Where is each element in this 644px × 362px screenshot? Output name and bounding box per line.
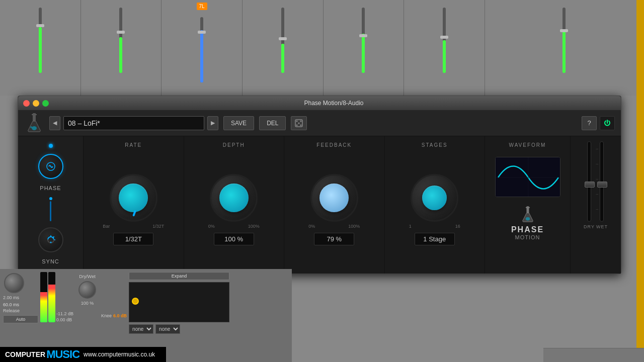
auto-button[interactable]: Auto [3, 315, 38, 323]
maximize-button[interactable] [42, 100, 49, 107]
help-button[interactable]: ? [582, 116, 597, 130]
plugin-body: PHASE SYNC [18, 136, 621, 274]
rate-knob-container: Bar 1/32T 1/32T [101, 152, 166, 267]
depth-label: DEPTH [223, 142, 245, 148]
watermark-url: www.computermusic.co.uk [84, 351, 155, 358]
dropdown-1[interactable]: none [129, 324, 153, 334]
fader-track-5[interactable] [362, 8, 365, 73]
dry-fader-track[interactable]: -- -- -- -- -- [587, 141, 591, 222]
feedback-value: 79 % [314, 233, 354, 245]
mixer-channel-6: 121824 [404, 0, 485, 96]
stages-knob[interactable] [411, 174, 458, 222]
waveform-display[interactable] [495, 157, 560, 197]
rate-range: Bar 1/32T [101, 224, 166, 229]
preset-prev-button[interactable]: ◀ [49, 116, 60, 130]
depth-max: 100% [248, 224, 260, 229]
dry-wet-knob[interactable] [78, 281, 96, 299]
minimize-button[interactable] [33, 100, 39, 107]
level-meters: -11.2 dB 0.00 dB [40, 272, 73, 332]
dice-button[interactable] [291, 116, 307, 130]
expand-button[interactable]: Expand [129, 272, 229, 280]
feedback-range: 0% 100% [306, 224, 362, 229]
feedback-label: FEEDBACK [316, 142, 352, 148]
depth-range: 0% 100% [206, 224, 262, 229]
rate-knob[interactable] [110, 174, 157, 222]
preset-next-button[interactable]: ▶ [207, 116, 218, 130]
svg-point-17 [525, 217, 529, 221]
dropdown-2[interactable]: none [155, 324, 180, 334]
phase-fader-bar[interactable] [50, 201, 51, 221]
dry-wet-label: Dry/Wet [79, 274, 95, 279]
fader-track-4[interactable] [281, 8, 284, 73]
clip-marker[interactable] [132, 298, 139, 305]
phase-button[interactable] [38, 154, 63, 179]
stages-min: 1 [409, 224, 412, 229]
attack-label: 2.00 ms [3, 295, 38, 300]
release-label: Release [3, 308, 38, 313]
mixer-channel-5: 121824 [324, 0, 405, 96]
clip-area [129, 282, 229, 322]
channel-label: 7L [197, 3, 207, 10]
save-button[interactable]: SAVE [223, 116, 254, 130]
dropdowns: none none [129, 324, 229, 334]
rate-value: 1/32T [113, 233, 153, 245]
fader-track-3[interactable] [200, 17, 203, 82]
meter-2 [48, 272, 55, 322]
mixer-channel-7: 121824 [485, 0, 644, 96]
sync-button[interactable] [38, 227, 63, 252]
svg-point-5 [296, 120, 298, 122]
watermark-computer: COMPUTER [5, 350, 45, 358]
close-button[interactable] [23, 100, 30, 107]
svg-point-6 [300, 120, 302, 122]
wet-fader: WET [596, 141, 608, 229]
plugin-logo [24, 113, 44, 133]
dice-icon [295, 119, 303, 127]
brand-flask-icon [520, 206, 535, 223]
fader-track-1[interactable] [39, 8, 42, 73]
compressor-section: 2.00 ms 60.0 ms Release Auto [3, 272, 38, 359]
power-button[interactable] [600, 116, 615, 130]
sync-icon [46, 235, 56, 245]
release-value: 60.0 ms [3, 302, 38, 307]
svg-rect-16 [526, 206, 529, 213]
rate-label: RATE [125, 142, 142, 148]
compressor-knob-1[interactable] [4, 273, 24, 293]
rate-knob-face [119, 184, 148, 213]
wet-fader-thumb[interactable] [597, 182, 607, 188]
svg-point-8 [296, 124, 298, 126]
fader-bars: -- -- -- -- -- DRY WET [584, 141, 608, 268]
preset-navigation: ◀ 08 – LoFi* ▶ [49, 116, 218, 130]
wet-label: WET [596, 224, 608, 229]
mixer-channel-4: 121824 [243, 0, 324, 96]
waveform-label: WAVEFORM [509, 142, 546, 148]
bottom-ticker [543, 348, 644, 362]
svg-point-2 [32, 126, 37, 130]
meter-2-fill [48, 285, 55, 322]
del-button[interactable]: DEL [259, 116, 286, 130]
meter-1 [40, 272, 47, 322]
wet-fader-track[interactable] [600, 141, 604, 222]
phase-fader-area [49, 197, 52, 221]
rate-min: Bar [103, 224, 110, 229]
fader-track-7[interactable] [562, 8, 566, 73]
depth-knob[interactable] [210, 174, 258, 222]
fader-track-2[interactable] [119, 8, 122, 73]
fader-track-6[interactable] [443, 8, 446, 73]
plugin-titlebar: Phase Motion/8-Audio [18, 96, 621, 110]
rate-max: 1/32T [152, 224, 164, 229]
feedback-knob[interactable] [310, 174, 358, 222]
header-right-controls: ? [582, 116, 615, 130]
depth-knob-container: 0% 100% 100 % [206, 152, 262, 267]
feedback-knob-face [319, 184, 349, 213]
plugin-window: Phase Motion/8-Audio ◀ 08 – LoFi* ▶ [18, 96, 621, 274]
watermark-content: COMPUTER MUSIC www.computermusic.co.uk [5, 348, 155, 361]
svg-point-3 [30, 126, 32, 128]
dry-fader-thumb[interactable] [585, 182, 595, 188]
db-value-2: 0.00 dB [56, 317, 73, 322]
waveform-section: WAVEFORM [485, 136, 571, 274]
brand-logo: PHASE MOTION [511, 206, 544, 240]
mixer-channel-3: 7L 121824 [162, 0, 243, 96]
knee-section: Knee 6.0 dB [101, 272, 127, 359]
waveform-svg [496, 157, 560, 197]
daw-background: 12182430 121824 7L 121824 [0, 0, 644, 362]
